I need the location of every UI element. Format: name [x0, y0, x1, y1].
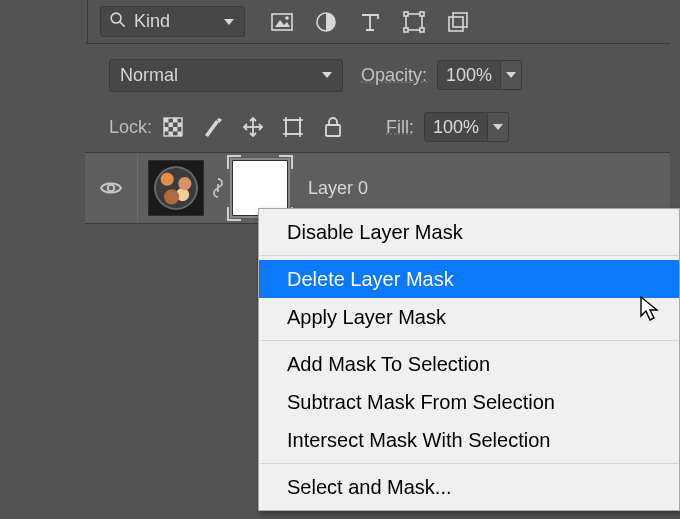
filter-adjustment-layers-icon[interactable] [311, 7, 341, 37]
filter-type-layers-icon[interactable] [355, 7, 385, 37]
layer-name[interactable]: Layer 0 [308, 178, 368, 199]
menu-apply-layer-mask[interactable]: Apply Layer Mask [259, 298, 679, 336]
blend-mode-dropdown[interactable]: Normal [109, 59, 343, 92]
filter-pixel-layers-icon[interactable] [267, 7, 297, 37]
fill-control[interactable]: Fill: 100% [386, 112, 509, 142]
menu-separator [260, 463, 678, 464]
svg-rect-16 [169, 123, 174, 128]
lock-position-icon[interactable] [238, 112, 268, 142]
filter-smart-objects-icon[interactable] [443, 7, 473, 37]
fill-label: Fill: [386, 117, 414, 138]
visibility-toggle[interactable] [85, 176, 137, 200]
svg-rect-15 [173, 118, 178, 123]
lock-image-pixels-icon[interactable] [198, 112, 228, 142]
fill-value-field[interactable]: 100% [424, 112, 488, 142]
menu-subtract-mask-from-selection[interactable]: Subtract Mask From Selection [259, 383, 679, 421]
menu-select-and-mask[interactable]: Select and Mask... [259, 468, 679, 506]
filter-shape-layers-icon[interactable] [399, 7, 429, 37]
thumbnail-preview-image [154, 166, 198, 210]
svg-point-0 [111, 13, 121, 23]
svg-rect-12 [453, 13, 467, 27]
opacity-value-field[interactable]: 100% [437, 60, 501, 90]
menu-add-mask-to-selection[interactable]: Add Mask To Selection [259, 345, 679, 383]
chevron-down-icon [493, 124, 503, 130]
opacity-control[interactable]: Opacity: 100% [361, 60, 522, 90]
svg-rect-21 [178, 132, 183, 137]
vertical-separator [137, 153, 138, 223]
filter-kind-label: Kind [134, 11, 170, 32]
svg-rect-8 [420, 12, 424, 16]
fill-dropdown-button[interactable] [487, 112, 509, 142]
vertical-separator [87, 0, 88, 43]
chevron-down-icon [224, 19, 234, 25]
svg-rect-17 [178, 123, 183, 128]
filter-kind-dropdown[interactable]: Kind [100, 6, 245, 37]
svg-rect-14 [164, 118, 169, 123]
layers-panel: Kind [0, 0, 680, 519]
menu-disable-layer-mask[interactable]: Disable Layer Mask [259, 213, 679, 251]
blend-row: Normal Opacity: 100% [85, 54, 670, 96]
chevron-down-icon [506, 72, 516, 78]
svg-rect-29 [326, 125, 340, 136]
svg-rect-2 [272, 14, 292, 30]
lock-row: Lock: [85, 106, 670, 148]
svg-rect-7 [404, 12, 408, 16]
svg-marker-3 [275, 20, 290, 27]
opacity-dropdown-button[interactable] [500, 60, 522, 90]
svg-rect-19 [173, 127, 178, 132]
lock-all-icon[interactable] [318, 112, 348, 142]
mask-link-icon[interactable] [204, 177, 232, 199]
menu-separator [260, 340, 678, 341]
svg-rect-11 [449, 17, 463, 31]
filter-row: Kind [85, 0, 670, 44]
svg-rect-20 [169, 132, 174, 137]
lock-transparent-pixels-icon[interactable] [158, 112, 188, 142]
svg-rect-10 [420, 28, 424, 32]
svg-rect-24 [286, 120, 300, 134]
menu-separator [260, 255, 678, 256]
eye-icon [99, 176, 123, 200]
svg-rect-9 [404, 28, 408, 32]
svg-point-30 [108, 185, 114, 191]
opacity-label: Opacity: [361, 65, 427, 86]
search-icon [109, 11, 126, 33]
lock-label: Lock: [109, 117, 152, 138]
svg-point-4 [285, 16, 289, 20]
svg-line-1 [120, 21, 125, 26]
layer-thumbnail[interactable] [148, 160, 204, 216]
layer-mask-context-menu: Disable Layer Mask Delete Layer Mask App… [258, 208, 680, 511]
menu-delete-layer-mask[interactable]: Delete Layer Mask [259, 260, 679, 298]
menu-intersect-mask-with-selection[interactable]: Intersect Mask With Selection [259, 421, 679, 459]
svg-rect-18 [164, 127, 169, 132]
chevron-down-icon [322, 72, 332, 78]
lock-artboard-nesting-icon[interactable] [278, 112, 308, 142]
blend-mode-value: Normal [120, 65, 178, 86]
